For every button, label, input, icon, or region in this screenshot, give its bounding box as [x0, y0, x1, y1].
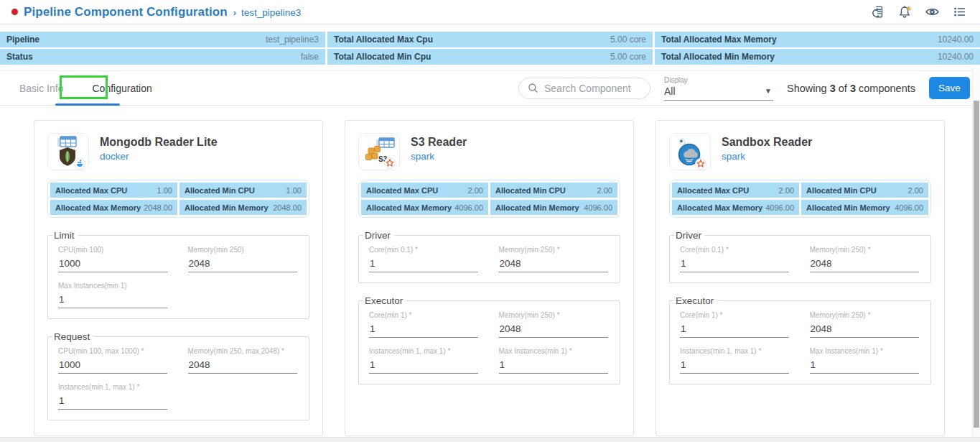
pipeline-configuration-screen: Pipeline Component Configuration › test_… [0, 0, 980, 442]
allocation-value: 2.00 [597, 186, 612, 195]
component-engine-link[interactable]: docker [100, 151, 129, 162]
field-input[interactable]: 1 [680, 319, 789, 338]
section-title: Executor [363, 295, 406, 306]
form-field: Max Instances(min 1)1 [58, 282, 169, 308]
allocation-label: Allocated Min Memory [495, 203, 579, 212]
list-menu-icon[interactable] [952, 4, 967, 19]
field-input[interactable]: 2048 [810, 254, 919, 272]
component-title: Mongodb Reader Lite [100, 136, 218, 149]
field-label: Memory(min 250) * [499, 311, 610, 319]
component-title: Sandbox Reader [722, 136, 812, 149]
allocation-label: Allocated Max Memory [366, 203, 452, 212]
cards-row: Mongodb Reader Lite docker Allocated Max… [0, 106, 980, 437]
allocation-value: 4096.00 [584, 203, 612, 212]
field-label: Core(min 1) * [680, 311, 791, 319]
summary-label: Total Allocated Max Memory [661, 34, 777, 45]
field-input[interactable]: 1 [369, 254, 478, 272]
field-label: Instances(min 1, max 1) * [58, 383, 169, 391]
showing-count: 3 [830, 83, 836, 94]
page-title: Pipeline Component Configuration [24, 5, 228, 19]
allocation-cell: Allocated Max CPU1.00 [50, 183, 177, 198]
allocation-cell: Allocated Max CPU2.00 [361, 183, 488, 198]
highlight-annotation-box [60, 75, 108, 99]
allocation-label: Allocated Max Memory [55, 203, 141, 212]
allocation-value: 4096.00 [895, 203, 923, 212]
field-label: Memory(min 250, max 2048) * [188, 347, 299, 355]
sandbox-spark-icon [669, 133, 711, 170]
field-input[interactable]: 1 [810, 355, 919, 374]
allocation-cell: Allocated Max Memory4096.00 [672, 200, 799, 215]
display-filter-select[interactable]: Display All ▼ [664, 76, 773, 101]
summary-label: Pipeline [6, 34, 39, 45]
scrollbar-thumb[interactable] [974, 101, 979, 428]
summary-cell: Status false [0, 49, 325, 65]
audit-history-icon[interactable] [870, 4, 885, 19]
field-input[interactable]: 1 [499, 355, 608, 374]
form-field: Instances(min 1, max 1) *1 [369, 347, 480, 374]
allocation-label: Allocated Max CPU [55, 186, 127, 195]
field-label: CPU(min 100) [58, 246, 169, 254]
field-input[interactable]: 1 [58, 391, 167, 410]
app-header: Pipeline Component Configuration › test_… [0, 0, 980, 24]
field-input[interactable]: 2048 [188, 254, 297, 272]
field-label: Core(min 0.1) * [369, 246, 480, 254]
summary-value: 5.00 core [610, 52, 646, 62]
component-engine-link[interactable]: spark [722, 151, 745, 162]
component-card: Mongodb Reader Lite docker Allocated Max… [34, 120, 323, 436]
allocation-cell: Allocated Min Memory2048.00 [179, 200, 307, 215]
allocation-cell: Allocated Max Memory4096.00 [361, 200, 488, 215]
save-button[interactable]: Save [929, 77, 970, 99]
field-input[interactable]: 2048 [810, 319, 919, 338]
field-input[interactable]: 1 [369, 319, 478, 338]
showing-total: 3 [850, 83, 856, 94]
field-input[interactable]: 1 [369, 355, 478, 374]
display-filter-label: Display [664, 76, 773, 84]
card-sections: LimitCPU(min 100)1000Memory(min 250)2048… [34, 230, 322, 420]
summary-label: Total Allocated Min Memory [661, 52, 775, 62]
field-label: CPU(min 100, max 1000) * [58, 347, 169, 355]
summary-value: false [301, 52, 319, 62]
summary-cell: Total Allocated Min Cpu 5.00 core [327, 49, 653, 65]
field-input[interactable]: 1 [680, 254, 789, 272]
component-engine-link[interactable]: spark [411, 151, 434, 162]
section-fields: CPU(min 100)1000Memory(min 250)2048Max I… [58, 246, 299, 308]
allocation-cell: Allocated Min Memory4096.00 [490, 200, 617, 215]
field-input[interactable]: 1000 [58, 355, 167, 374]
summary-label: Status [6, 52, 33, 62]
breadcrumb-chevron-icon: › [233, 7, 236, 18]
form-field: Memory(min 250)2048 [188, 246, 299, 272]
allocation-cell: Allocated Min Memory4096.00 [801, 200, 928, 215]
allocation-value: 2048.00 [144, 203, 172, 212]
field-label: Memory(min 250) * [499, 246, 610, 254]
summary-value: 5.00 core [610, 34, 646, 45]
field-input[interactable]: 2048 [499, 254, 608, 272]
section-driver: DriverCore(min 0.1) *1Memory(min 250) *2… [669, 230, 931, 283]
summary-label: Total Allocated Max Cpu [334, 34, 433, 45]
field-label: Max Instances(min 1) * [499, 347, 610, 355]
summary-bar: Pipeline test_pipeline3 Total Allocated … [0, 32, 980, 65]
field-label: Core(min 0.1) * [680, 246, 791, 254]
form-field: Max Instances(min 1) *1 [810, 347, 921, 374]
vertical-scrollbar[interactable] [972, 68, 980, 437]
eye-icon[interactable] [925, 4, 940, 19]
section-driver: DriverCore(min 0.1) *1Memory(min 250) *2… [358, 230, 620, 283]
section-fields: CPU(min 100, max 1000) *1000Memory(min 2… [58, 347, 299, 410]
field-label: Memory(min 250) * [810, 246, 921, 254]
field-input[interactable]: 2048 [188, 355, 297, 374]
allocation-label: Allocated Min CPU [185, 186, 255, 195]
field-input[interactable]: 1000 [58, 254, 167, 272]
section-limit: LimitCPU(min 100)1000Memory(min 250)2048… [47, 230, 309, 319]
allocation-cell: Allocated Min CPU2.00 [490, 183, 617, 198]
allocation-table: Allocated Max CPU1.00Allocated Min CPU1.… [47, 180, 309, 218]
field-input[interactable]: 1 [680, 355, 789, 374]
field-input[interactable]: 1 [58, 290, 167, 308]
search-box[interactable] [518, 78, 650, 99]
tab-basic-info[interactable]: Basic Info [19, 71, 63, 105]
card-sections: DriverCore(min 0.1) *1Memory(min 250) *2… [345, 230, 633, 385]
search-input[interactable] [544, 83, 641, 94]
allocation-value: 2.00 [908, 186, 923, 195]
bottom-strip [0, 437, 980, 442]
breadcrumb: test_pipeline3 [241, 7, 301, 18]
field-input[interactable]: 2048 [499, 319, 608, 338]
notification-bell-alert-icon[interactable] [897, 4, 913, 19]
